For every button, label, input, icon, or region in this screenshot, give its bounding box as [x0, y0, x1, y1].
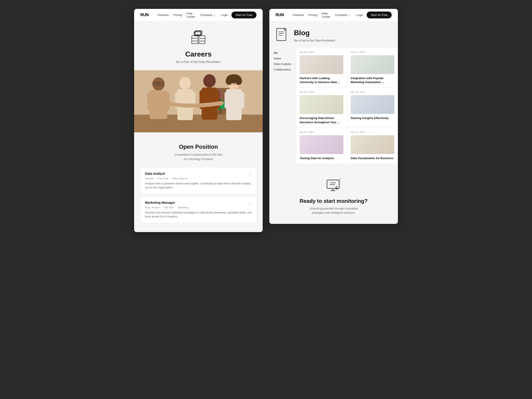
left-logo: RUN — [140, 13, 149, 17]
svg-rect-7 — [197, 39, 200, 40]
right-cta-button[interactable]: Start for Free — [367, 12, 392, 18]
job-title-2: Marketing Manager — [145, 201, 175, 204]
careers-hero: Careers Be a Part of the Data Revolution — [134, 21, 263, 70]
right-page: RUN Features Pricing Help Center Company… — [269, 9, 398, 224]
svg-point-42 — [226, 77, 232, 85]
photo-people — [134, 70, 263, 132]
chevron-down-icon: ⌄ — [213, 13, 216, 17]
svg-rect-54 — [327, 180, 339, 188]
blog-post-6[interactable]: Apr 23, 2024 Data Vizualization for Busi… — [347, 128, 398, 163]
chevron-down-icon-right: ⌄ — [348, 13, 351, 17]
blog-post-4[interactable]: Apr 25, 2024 Sharing Insights Effectivel… — [347, 88, 398, 127]
left-nav-company[interactable]: Company ⌄ — [200, 12, 216, 18]
blog-post-1-date: Apr 28, 2024 — [300, 51, 343, 53]
left-login-button[interactable]: Login — [221, 13, 228, 17]
job-item-marketing-manager[interactable]: Marketing Manager ⌄ Paris, France Full-T… — [140, 196, 256, 223]
blog-filter-all[interactable]: All — [274, 51, 291, 55]
cta-subtitle: Unlocking potential through innovativest… — [276, 206, 392, 215]
job-expand-icon[interactable]: ⌄ — [249, 171, 252, 176]
left-page: RUN Features Pricing Help Center Company… — [134, 9, 263, 232]
svg-point-61 — [339, 178, 340, 179]
blog-hero: Blog Be a Part of the Data Revolution — [269, 21, 398, 48]
left-nav-links: Features Pricing Help Center Company ⌄ — [158, 12, 216, 18]
blog-post-4-image — [351, 95, 394, 114]
blog-sidebar: All News Data Analysis Collaboration — [269, 48, 296, 163]
blog-post-3[interactable]: Apr 26, 2024 Encouraging Data-Driven Dec… — [296, 88, 347, 127]
blog-post-6-title: Data Vizualization for Business — [351, 156, 394, 160]
job-tag-fulltime: Full-Time — [164, 206, 176, 209]
job-header: Data Analyst ⌄ — [145, 171, 252, 176]
blog-post-4-title: Sharing Insights Effectively — [351, 116, 394, 120]
svg-rect-45 — [225, 92, 229, 109]
svg-rect-46 — [239, 92, 244, 109]
blog-icon-wrap — [276, 28, 288, 43]
svg-rect-28 — [164, 92, 170, 110]
blog-post-5-date: Apr 24, 2024 — [300, 131, 343, 133]
blog-post-3-image — [300, 95, 343, 114]
blog-post-6-date: Apr 23, 2024 — [351, 131, 394, 133]
svg-point-59 — [338, 180, 339, 181]
svg-point-62 — [341, 181, 341, 182]
job-title: Data Analyst — [145, 171, 165, 175]
blog-post-5-image — [300, 135, 343, 154]
left-nav-features[interactable]: Features — [158, 12, 169, 18]
careers-title: Careers — [185, 50, 211, 58]
monitor-icon — [325, 177, 342, 194]
blog-filter-collaboration[interactable]: Collaboration — [274, 68, 291, 71]
left-nav-pricing[interactable]: Pricing — [173, 12, 182, 18]
blog-subtitle: Be a Part of the Data Revolution — [294, 38, 335, 43]
careers-icon — [188, 30, 208, 47]
svg-point-32 — [179, 77, 191, 89]
blog-post-3-date: Apr 26, 2024 — [300, 91, 343, 93]
left-nav-helpcenter[interactable]: Help Center — [187, 12, 196, 18]
cta-section: Ready to start monitoring? Unlocking pot… — [269, 168, 398, 224]
right-nav-pricing[interactable]: Pricing — [309, 12, 317, 18]
svg-rect-6 — [197, 37, 200, 38]
blog-post-1-title: Partners with Leading University to Adva… — [300, 76, 343, 84]
blog-title: Blog — [294, 29, 335, 37]
right-nav-links: Features Pricing Help Center Company ⌄ — [293, 12, 351, 18]
job-expand-icon-2[interactable]: ⌄ — [249, 201, 252, 205]
blog-post-4-date: Apr 25, 2024 — [351, 91, 394, 93]
right-nav-features[interactable]: Features — [293, 12, 304, 18]
blog-icon — [276, 28, 288, 43]
blog-filter-data-analysis[interactable]: Data Analysis — [274, 62, 291, 66]
blog-filter-news[interactable]: News — [274, 57, 291, 60]
right-logo: RUN — [276, 13, 284, 17]
right-nav-actions: Login Start for Free — [356, 12, 392, 18]
job-tag-marketing: Marketing — [178, 206, 190, 209]
blog-post-2[interactable]: Apr 27, 2024 Integration with Popular Ma… — [347, 48, 398, 87]
blog-post-2-date: Apr 27, 2024 — [351, 51, 394, 53]
svg-point-60 — [340, 179, 341, 180]
blog-post-1-image — [300, 55, 343, 74]
blog-post-5[interactable]: Apr 24, 2024 Taming Data for Analysis — [296, 128, 347, 163]
job-item-data-analyst[interactable]: Data Analyst ⌄ Remote Part-Time Data-Sci… — [140, 167, 256, 194]
job-tag-remote: Remote — [145, 177, 156, 180]
job-tag-parttime: Part-Time — [158, 177, 171, 180]
svg-point-36 — [203, 74, 216, 88]
careers-subtitle: Be a Part of the Data Revolution — [176, 60, 221, 64]
left-nav: RUN Features Pricing Help Center Company… — [134, 9, 263, 21]
cta-title: Ready to start monitoring? — [276, 198, 392, 204]
right-nav-company[interactable]: Company ⌄ — [335, 12, 351, 18]
right-login-button[interactable]: Login — [356, 13, 363, 17]
blog-text-block: Blog Be a Part of the Data Revolution — [294, 28, 335, 43]
blog-post-5-title: Taming Data for Analysis — [300, 156, 343, 160]
job-tag-science: Data-Science — [173, 177, 189, 180]
right-nav: RUN Features Pricing Help Center Company… — [269, 9, 398, 21]
job-tags-2: Paris, France Full-Time Marketing — [145, 206, 252, 209]
blog-post-1[interactable]: Apr 28, 2024 Partners with Leading Unive… — [296, 48, 347, 87]
right-nav-helpcenter[interactable]: Help Center — [322, 12, 331, 18]
svg-point-43 — [235, 77, 242, 85]
left-cta-button[interactable]: Start for Free — [231, 12, 256, 18]
svg-rect-39 — [215, 90, 220, 109]
left-nav-actions: Login Start for Free — [221, 12, 256, 18]
open-position-section: Open Position Competitive Compensation &… — [134, 132, 263, 232]
blog-main: All News Data Analysis Collaboration Apr… — [269, 48, 398, 168]
blog-grid: Apr 28, 2024 Partners with Leading Unive… — [296, 48, 398, 163]
job-description-2: Develop and execute marketing campaigns … — [145, 211, 252, 219]
blog-post-2-image — [351, 55, 394, 74]
blog-post-3-title: Encouraging Data-Driven Decisions throug… — [300, 116, 343, 124]
blog-post-2-title: Integration with Popular Marketing Autom… — [351, 76, 394, 84]
open-position-subtitle: Competitive Compensation & Be Partof a G… — [140, 152, 256, 161]
